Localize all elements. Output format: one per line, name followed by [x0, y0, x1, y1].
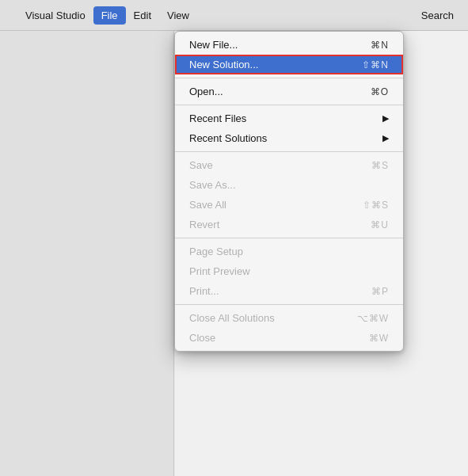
menu-item-save-all-shortcut: ⇧⌘S	[363, 200, 389, 211]
menu-item-open[interactable]: Open... ⌘O	[175, 82, 403, 101]
menu-item-close-shortcut: ⌘W	[369, 333, 389, 344]
menu-item-save-as-label: Save As...	[189, 179, 236, 191]
menu-item-new-solution-label: New Solution...	[189, 59, 258, 70]
menu-item-new-file[interactable]: New File... ⌘N	[175, 35, 403, 55]
menu-item-save[interactable]: Save ⌘S	[175, 155, 403, 175]
menu-item-open-shortcut: ⌘O	[371, 86, 389, 97]
menu-bar-search[interactable]: Search	[413, 6, 462, 25]
separator-4	[175, 238, 403, 238]
menu-item-print-preview-label: Print Preview	[189, 265, 250, 277]
menu-item-print-shortcut: ⌘P	[371, 286, 389, 297]
separator-5	[175, 304, 403, 305]
menu-item-save-as[interactable]: Save As...	[175, 175, 403, 195]
file-dropdown-menu: New File... ⌘N New Solution... ⇧⌘N Open.…	[174, 31, 404, 352]
menu-item-save-all[interactable]: Save All ⇧⌘S	[175, 195, 403, 215]
menu-item-page-setup-label: Page Setup	[189, 246, 243, 257]
sidebar	[0, 31, 174, 476]
menu-item-close-all-solutions-shortcut: ⌥⌘W	[357, 313, 389, 324]
submenu-arrow-recent-files: ▶	[382, 113, 389, 124]
menu-bar-file[interactable]: File	[93, 6, 126, 25]
separator-1	[175, 78, 403, 78]
menu-item-save-shortcut: ⌘S	[371, 160, 389, 171]
menu-item-recent-solutions-label: Recent Solutions	[189, 132, 267, 144]
menu-item-revert-label: Revert	[189, 219, 219, 230]
separator-3	[175, 151, 403, 152]
menu-item-close-label: Close	[189, 332, 215, 344]
submenu-arrow-recent-solutions: ▶	[382, 133, 389, 143]
menu-item-recent-files-label: Recent Files	[189, 112, 246, 124]
menu-bar-visual-studio[interactable]: Visual Studio	[17, 6, 93, 25]
menu-bar-view[interactable]: View	[159, 6, 197, 25]
menu-item-new-file-label: New File...	[189, 39, 238, 51]
menu-item-print-label: Print...	[189, 285, 219, 297]
menu-item-open-label: Open...	[189, 86, 223, 97]
menu-item-print-preview[interactable]: Print Preview	[175, 261, 403, 281]
menu-item-close-all-solutions-label: Close All Solutions	[189, 312, 275, 324]
menu-item-revert-shortcut: ⌘U	[371, 219, 389, 230]
menu-bar: Visual Studio File Edit View Search	[0, 0, 468, 31]
separator-2	[175, 105, 403, 105]
menu-item-recent-files[interactable]: Recent Files ▶	[175, 109, 403, 128]
menu-item-save-all-label: Save All	[189, 199, 226, 211]
menu-item-close-all-solutions[interactable]: Close All Solutions ⌥⌘W	[175, 308, 403, 328]
menu-bar-edit[interactable]: Edit	[126, 6, 159, 25]
menu-item-save-label: Save	[189, 159, 213, 171]
menu-item-revert[interactable]: Revert ⌘U	[175, 215, 403, 234]
menu-item-recent-solutions[interactable]: Recent Solutions ▶	[175, 128, 403, 148]
menu-item-print[interactable]: Print... ⌘P	[175, 281, 403, 301]
menu-item-new-solution-shortcut: ⇧⌘N	[362, 59, 389, 70]
menu-item-new-solution[interactable]: New Solution... ⇧⌘N	[175, 55, 403, 74]
menu-item-page-setup[interactable]: Page Setup	[175, 242, 403, 261]
menu-item-new-file-shortcut: ⌘N	[371, 40, 389, 51]
menu-item-close[interactable]: Close ⌘W	[175, 328, 403, 348]
